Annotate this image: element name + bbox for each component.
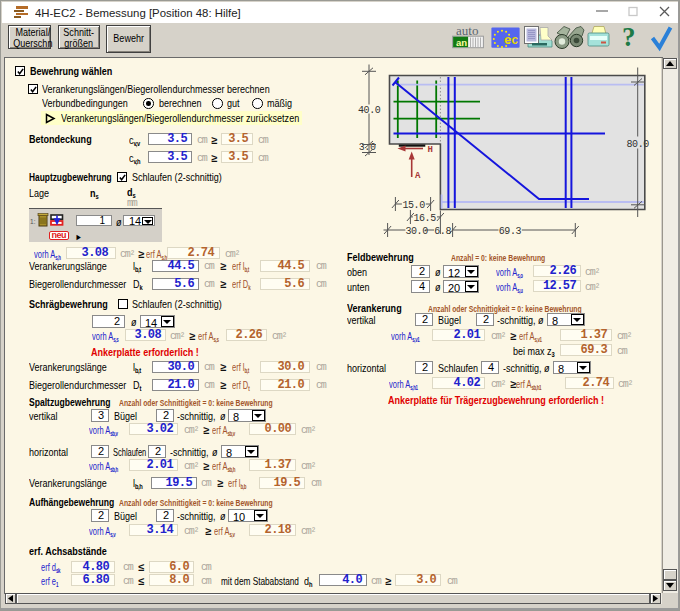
svg-text:an: an	[456, 37, 467, 48]
svg-text:ec: ec	[504, 34, 518, 48]
svg-text:?: ?	[622, 25, 636, 52]
